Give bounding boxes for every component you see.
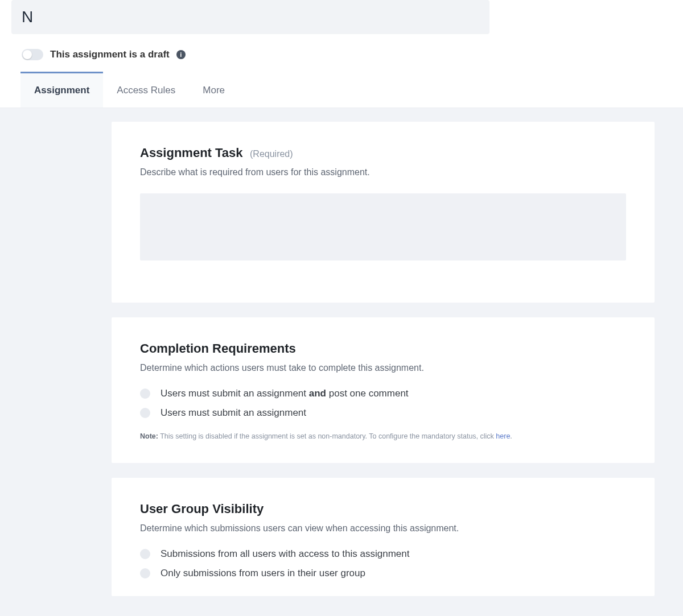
radio-label: Users must submit an assignment bbox=[161, 407, 306, 419]
draft-toggle[interactable] bbox=[22, 49, 43, 60]
tabs: Assignment Access Rules More bbox=[0, 72, 683, 108]
radio-icon bbox=[140, 549, 150, 559]
card-user-group-visibility: User Group Visibility Determine which su… bbox=[112, 478, 655, 596]
radio-label: Users must submit an assignment and post… bbox=[161, 388, 409, 399]
completion-options: Users must submit an assignment and post… bbox=[140, 388, 626, 419]
section-description: Determine which submissions users can vi… bbox=[140, 523, 626, 534]
completion-option-submit-only[interactable]: Users must submit an assignment bbox=[140, 407, 626, 419]
spacer bbox=[140, 263, 626, 280]
radio-label: Submissions from all users with access t… bbox=[161, 548, 409, 560]
completion-note: Note: This setting is disabled if the as… bbox=[140, 432, 626, 440]
tab-access-rules[interactable]: Access Rules bbox=[103, 72, 189, 108]
info-icon[interactable]: i bbox=[176, 50, 186, 59]
note-link-here[interactable]: here bbox=[496, 432, 510, 440]
tab-assignment[interactable]: Assignment bbox=[20, 72, 103, 108]
card-assignment-task: Assignment Task (Required) Describe what… bbox=[112, 122, 655, 303]
assignment-title-input[interactable] bbox=[11, 0, 489, 34]
section-title: User Group Visibility bbox=[140, 502, 264, 516]
visibility-options: Submissions from all users with access t… bbox=[140, 548, 626, 579]
visibility-option-all-users[interactable]: Submissions from all users with access t… bbox=[140, 548, 626, 560]
note-text: This setting is disabled if the assignme… bbox=[158, 432, 496, 440]
tab-more[interactable]: More bbox=[189, 72, 238, 108]
card-completion-requirements: Completion Requirements Determine which … bbox=[112, 317, 655, 463]
radio-icon bbox=[140, 408, 150, 418]
draft-toggle-label: This assignment is a draft bbox=[50, 49, 170, 60]
radio-icon bbox=[140, 568, 150, 578]
tab-label: Assignment bbox=[34, 85, 89, 96]
section-description: Determine which actions users must take … bbox=[140, 363, 626, 373]
section-title: Completion Requirements bbox=[140, 341, 296, 355]
toggle-knob bbox=[23, 50, 32, 59]
section-title: Assignment Task bbox=[140, 146, 243, 160]
section-description: Describe what is required from users for… bbox=[140, 167, 626, 177]
visibility-option-user-group[interactable]: Only submissions from users in their use… bbox=[140, 568, 626, 579]
note-label: Note: bbox=[140, 432, 158, 440]
required-tag: (Required) bbox=[250, 149, 293, 159]
tab-label: Access Rules bbox=[117, 85, 175, 96]
radio-icon bbox=[140, 388, 150, 399]
tab-label: More bbox=[203, 85, 225, 96]
completion-option-submit-and-comment[interactable]: Users must submit an assignment and post… bbox=[140, 388, 626, 399]
assignment-task-textarea[interactable] bbox=[140, 193, 626, 261]
content-area: Assignment Task (Required) Describe what… bbox=[0, 108, 683, 616]
radio-label: Only submissions from users in their use… bbox=[161, 568, 365, 579]
note-tail: . bbox=[510, 432, 512, 440]
